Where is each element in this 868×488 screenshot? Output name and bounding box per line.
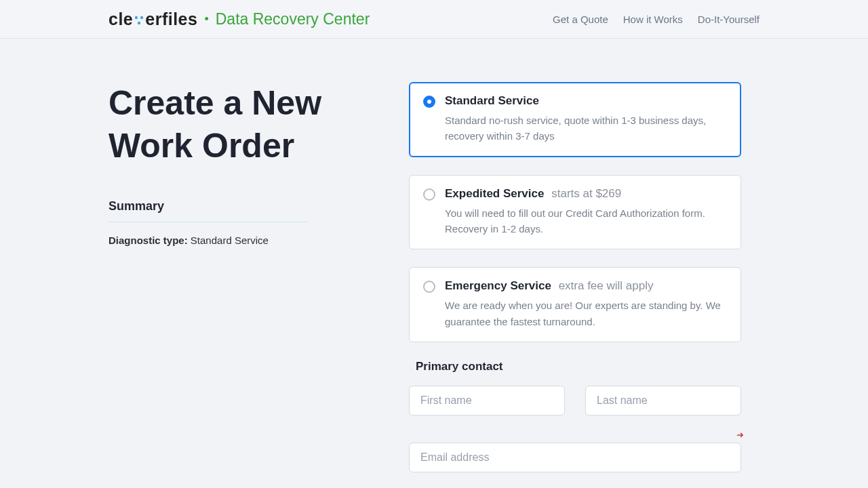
- page-title: Create a New Work Order: [108, 82, 353, 167]
- option-expedited-title: Expedited Service: [445, 187, 544, 200]
- header: cle erfiles • Data Recovery Center Get a…: [0, 0, 868, 39]
- last-name-input[interactable]: [585, 386, 741, 415]
- brand-dots-icon: [133, 16, 145, 25]
- option-emergency-desc: We are ready when you are! Our experts a…: [445, 298, 727, 329]
- summary-diag-value: Standard Service: [191, 235, 269, 246]
- brand-logo[interactable]: cle erfiles: [108, 9, 197, 29]
- option-emergency-title: Emergency Service: [445, 279, 551, 292]
- brand-tagline: Data Recovery Center: [216, 10, 370, 28]
- brand-text-pre: cle: [108, 9, 133, 29]
- option-expedited-desc: You will need to fill out our Credit Car…: [445, 205, 727, 237]
- svg-point-1: [140, 16, 143, 19]
- logo-area: cle erfiles • Data Recovery Center: [108, 9, 370, 29]
- main-content: Create a New Work Order Summary Diagnost…: [0, 39, 868, 472]
- option-expedited[interactable]: Expedited Service starts at $269 You wil…: [409, 175, 741, 250]
- option-standard-title: Standard Service: [445, 94, 539, 107]
- brand-text-post: erfiles: [145, 9, 197, 29]
- main-nav: Get a Quote How it Works Do-It-Yourself: [553, 14, 868, 25]
- option-standard-body: Standard Service Standard no-rush servic…: [445, 94, 727, 144]
- radio-emergency[interactable]: [423, 281, 435, 293]
- radio-expedited[interactable]: [423, 188, 435, 201]
- radio-standard[interactable]: [423, 96, 435, 108]
- svg-point-0: [135, 16, 138, 19]
- right-column: Standard Service Standard no-rush servic…: [409, 82, 741, 472]
- option-emergency[interactable]: Emergency Service extra fee will apply W…: [409, 267, 741, 342]
- left-column: Create a New Work Order Summary Diagnost…: [108, 82, 380, 472]
- option-expedited-body: Expedited Service starts at $269 You wil…: [445, 186, 727, 237]
- option-standard[interactable]: Standard Service Standard no-rush servic…: [409, 82, 741, 157]
- name-row: [409, 386, 741, 415]
- primary-contact-heading: Primary contact: [416, 360, 741, 373]
- arrow-right-icon: ➜: [736, 430, 744, 440]
- summary-diagnostic: Diagnostic type: Standard Service: [108, 235, 353, 246]
- summary-heading: Summary: [108, 199, 307, 222]
- option-expedited-sub: starts at $269: [551, 187, 621, 200]
- option-standard-desc: Standard no-rush service, quote within 1…: [445, 113, 727, 144]
- nav-get-quote[interactable]: Get a Quote: [553, 14, 608, 25]
- separator-dot-icon: •: [204, 13, 208, 25]
- option-emergency-sub: extra fee will apply: [559, 279, 654, 292]
- svg-point-2: [138, 22, 140, 24]
- summary-diag-label: Diagnostic type:: [108, 235, 188, 246]
- option-emergency-body: Emergency Service extra fee will apply W…: [445, 279, 727, 329]
- nav-how-it-works[interactable]: How it Works: [623, 14, 683, 25]
- nav-diy[interactable]: Do-It-Yourself: [698, 14, 760, 25]
- email-input[interactable]: [409, 443, 741, 472]
- first-name-input[interactable]: [409, 386, 565, 415]
